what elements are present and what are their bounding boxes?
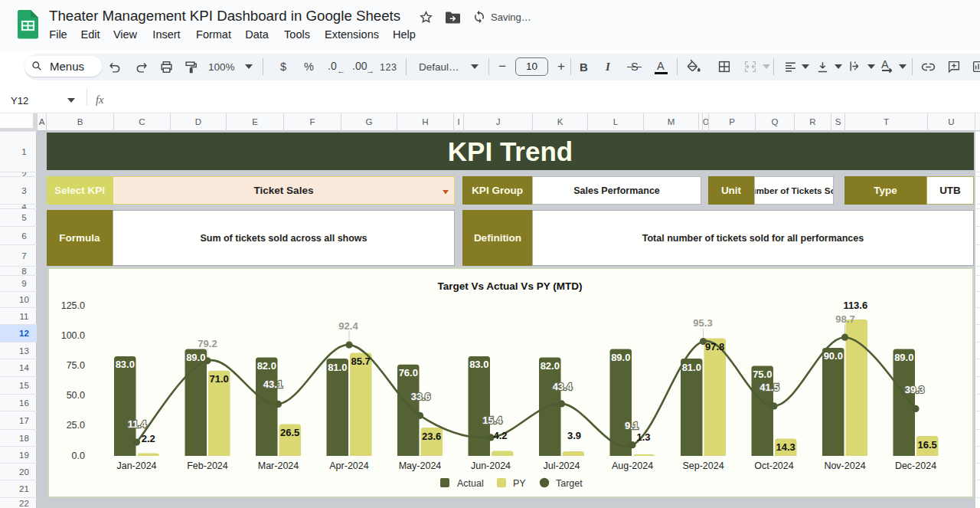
svg-text:97.8: 97.8 (705, 341, 724, 352)
svg-text:Actual: Actual (457, 478, 484, 489)
svg-text:125.0: 125.0 (61, 300, 85, 311)
svg-text:Oct-2024: Oct-2024 (754, 460, 793, 471)
svg-text:Mar-2024: Mar-2024 (258, 460, 299, 471)
svg-text:81.0: 81.0 (682, 362, 701, 373)
svg-text:90.0: 90.0 (824, 350, 843, 362)
svg-text:89.0: 89.0 (894, 352, 913, 363)
svg-text:82.0: 82.0 (541, 360, 560, 372)
svg-text:Jan-2024: Jan-2024 (116, 460, 156, 471)
svg-text:75.0: 75.0 (753, 369, 772, 380)
svg-text:89.0: 89.0 (186, 352, 205, 363)
svg-text:1.3: 1.3 (636, 431, 650, 443)
svg-text:100.0: 100.0 (61, 330, 85, 341)
svg-text:81.0: 81.0 (328, 362, 347, 373)
svg-text:95.3: 95.3 (693, 317, 712, 329)
svg-text:15.4: 15.4 (482, 415, 502, 426)
svg-text:14.3: 14.3 (776, 441, 795, 453)
svg-text:25.0: 25.0 (67, 420, 85, 431)
svg-text:Sep-2024: Sep-2024 (682, 460, 724, 471)
svg-text:9.1: 9.1 (625, 420, 639, 431)
svg-text:71.0: 71.0 (210, 373, 229, 385)
svg-text:50.0: 50.0 (67, 390, 85, 401)
svg-text:98.7: 98.7 (835, 313, 854, 325)
svg-text:43.4: 43.4 (553, 381, 573, 392)
svg-text:16.5: 16.5 (918, 439, 937, 451)
svg-text:Jun-2024: Jun-2024 (471, 460, 511, 471)
svg-text:89.0: 89.0 (611, 352, 630, 363)
svg-text:2.2: 2.2 (142, 433, 155, 444)
svg-text:Aug-2024: Aug-2024 (612, 460, 653, 471)
svg-text:83.0: 83.0 (116, 359, 135, 370)
svg-text:Nov-2024: Nov-2024 (824, 460, 865, 471)
svg-text:Feb-2024: Feb-2024 (187, 460, 228, 471)
svg-text:75.0: 75.0 (67, 360, 85, 371)
svg-text:41.5: 41.5 (760, 382, 779, 393)
svg-text:4.2: 4.2 (493, 430, 507, 441)
svg-text:92.4: 92.4 (338, 320, 358, 332)
svg-text:PY: PY (513, 478, 526, 489)
svg-text:0.0: 0.0 (72, 451, 85, 461)
svg-text:May-2024: May-2024 (399, 460, 442, 471)
svg-text:43.1: 43.1 (263, 379, 283, 390)
svg-text:Dec-2024: Dec-2024 (895, 460, 936, 471)
svg-text:23.6: 23.6 (422, 431, 441, 442)
svg-text:Target Vs Actual Vs PY (MTD): Target Vs Actual Vs PY (MTD) (438, 280, 583, 292)
svg-text:39.3: 39.3 (905, 384, 924, 395)
svg-text:3.9: 3.9 (567, 430, 581, 441)
svg-text:Target: Target (556, 478, 583, 489)
svg-text:113.6: 113.6 (843, 300, 867, 311)
svg-text:11.4: 11.4 (128, 418, 147, 430)
svg-text:26.5: 26.5 (280, 427, 299, 438)
svg-text:Jul-2024: Jul-2024 (544, 460, 580, 471)
svg-text:Apr-2024: Apr-2024 (329, 460, 368, 471)
svg-text:82.0: 82.0 (257, 360, 276, 372)
svg-text:33.6: 33.6 (411, 391, 430, 402)
svg-text:76.0: 76.0 (399, 367, 418, 379)
svg-text:83.0: 83.0 (469, 359, 488, 370)
svg-text:85.7: 85.7 (351, 356, 371, 367)
svg-text:79.2: 79.2 (198, 338, 217, 349)
